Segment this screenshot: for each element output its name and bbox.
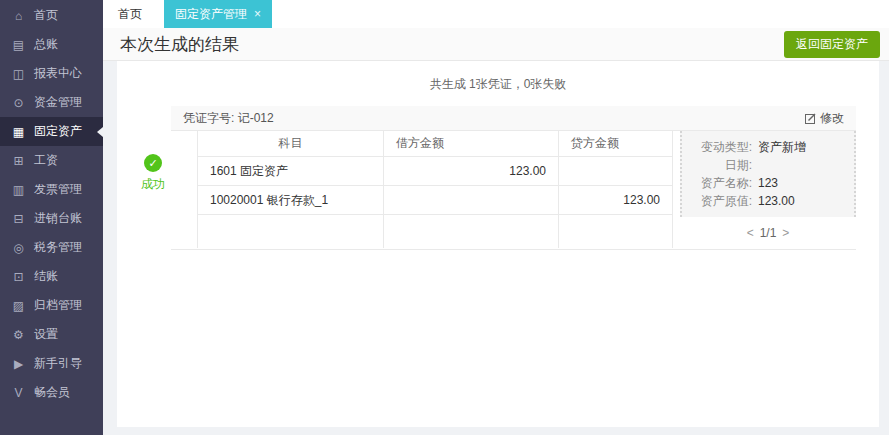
status-label: 成功 xyxy=(141,176,165,193)
active-item-arrow xyxy=(97,127,103,137)
sidebar: ⌂ 首页 ▤ 总账 ◫ 报表中心 ⊙ 资金管理 ▦ 固定资产 ⊞ 工资 ▥ 发票… xyxy=(0,0,103,435)
sidebar-item-closing[interactable]: ⊡ 结账 xyxy=(0,262,103,291)
tab-label: 固定资产管理 xyxy=(175,6,247,23)
sidebar-item-label: 归档管理 xyxy=(34,297,82,314)
page-title: 本次生成的结果 xyxy=(120,33,239,56)
sidebar-item-label: 设置 xyxy=(34,326,58,343)
detail-value: 123 xyxy=(758,174,778,192)
pagination-next-icon[interactable]: > xyxy=(782,226,789,240)
sidebar-item-label: 结账 xyxy=(34,268,58,285)
sidebar-item-label: 税务管理 xyxy=(34,239,82,256)
sidebar-item-report-center[interactable]: ◫ 报表中心 xyxy=(0,59,103,88)
sidebar-item-label: 总账 xyxy=(34,36,58,53)
pagination-current: 1/1 xyxy=(760,226,777,240)
sidebar-item-member[interactable]: V 畅会员 xyxy=(0,378,103,407)
detail-row-asset-value: 资产原值: 123.00 xyxy=(688,192,848,210)
sidebar-item-label: 新手引导 xyxy=(34,355,82,372)
ledger-icon: ▤ xyxy=(11,38,26,52)
fixed-assets-icon: ▦ xyxy=(11,125,26,139)
sidebar-item-label: 报表中心 xyxy=(34,65,82,82)
voucher-number: 凭证字号: 记-012 xyxy=(183,110,274,127)
detail-label: 资产原值: xyxy=(688,192,752,210)
sidebar-item-beginner-guide[interactable]: ▶ 新手引导 xyxy=(0,349,103,378)
asset-detail-column: 变动类型: 资产新增 日期: 资产名称: 12 xyxy=(680,131,856,249)
home-icon: ⌂ xyxy=(11,9,26,23)
voucher-header: 凭证字号: 记-012 修改 xyxy=(171,106,856,131)
detail-label: 资产名称: xyxy=(688,174,752,192)
sidebar-item-payroll[interactable]: ⊞ 工资 xyxy=(0,146,103,175)
table-row-subject: 10020001 银行存款_1 xyxy=(198,186,384,215)
table-empty-cell xyxy=(198,215,384,248)
pagination-prev-icon[interactable]: < xyxy=(747,226,754,240)
asset-detail-panel: 变动类型: 资产新增 日期: 资产名称: 12 xyxy=(680,131,856,217)
guide-play-icon: ▶ xyxy=(11,357,26,371)
table-row-credit: 123.00 xyxy=(559,186,672,215)
detail-row-asset-name: 资产名称: 123 xyxy=(688,174,848,192)
report-chart-icon: ◫ xyxy=(11,67,26,81)
table-row-debit: 123.00 xyxy=(384,157,559,186)
detail-row-date: 日期: xyxy=(688,156,848,174)
page-header: 本次生成的结果 返回固定资产 xyxy=(103,28,889,61)
member-v-icon: V xyxy=(11,386,26,400)
tab-fixed-assets-management[interactable]: 固定资产管理 × xyxy=(164,0,272,28)
sidebar-item-fixed-assets[interactable]: ▦ 固定资产 xyxy=(0,117,103,146)
main-area: 首页 固定资产管理 × 本次生成的结果 返回固定资产 共生成 1张凭证，0张失败… xyxy=(103,0,889,435)
sidebar-item-label: 进销台账 xyxy=(34,210,82,227)
sidebar-item-general-ledger[interactable]: ▤ 总账 xyxy=(0,30,103,59)
column-header-credit: 贷方金额 xyxy=(559,131,672,157)
column-header-debit: 借方金额 xyxy=(384,131,559,157)
tab-bar: 首页 固定资产管理 × xyxy=(103,0,889,28)
sidebar-item-label: 固定资产 xyxy=(34,123,82,140)
app-window: ⌂ 首页 ▤ 总账 ◫ 报表中心 ⊙ 资金管理 ▦ 固定资产 ⊞ 工资 ▥ 发票… xyxy=(0,0,889,435)
table-empty-cell xyxy=(559,215,672,248)
status-column: ✓ 成功 xyxy=(135,154,171,250)
sidebar-item-label: 工资 xyxy=(34,152,58,169)
closing-icon: ⊡ xyxy=(11,270,26,284)
voucher-result-block: ✓ 成功 凭证字号: 记-012 修改 xyxy=(135,106,856,250)
voucher-entries-table: 科目 借方金额 贷方金额 1601 固定资产 123.00 10020001 银… xyxy=(197,131,673,248)
tab-close-icon[interactable]: × xyxy=(254,7,261,21)
payroll-icon: ⊞ xyxy=(11,154,26,168)
sidebar-item-archive-mgmt[interactable]: ▨ 归档管理 xyxy=(0,291,103,320)
archive-icon: ▨ xyxy=(11,299,26,313)
detail-label: 变动类型: xyxy=(688,138,752,156)
table-row-subject: 1601 固定资产 xyxy=(198,157,384,186)
sidebar-item-invoice-mgmt[interactable]: ▥ 发票管理 xyxy=(0,175,103,204)
detail-value: 123.00 xyxy=(758,192,795,210)
gear-icon: ⚙ xyxy=(11,328,26,342)
success-check-icon: ✓ xyxy=(144,154,162,172)
voucher-body: 科目 借方金额 贷方金额 1601 固定资产 123.00 10020001 银… xyxy=(171,131,856,249)
sidebar-item-tax-mgmt[interactable]: ◎ 税务管理 xyxy=(0,233,103,262)
detail-label: 日期: xyxy=(688,156,752,174)
tab-home[interactable]: 首页 xyxy=(105,0,155,28)
sidebar-item-settings[interactable]: ⚙ 设置 xyxy=(0,320,103,349)
sidebar-item-label: 发票管理 xyxy=(34,181,82,198)
generation-summary: 共生成 1张凭证，0张失败 xyxy=(117,76,879,93)
table-empty-cell xyxy=(384,215,559,248)
funds-safe-icon: ⊙ xyxy=(11,96,26,110)
content-area: 共生成 1张凭证，0张失败 ✓ 成功 凭证字号: 记-012 xyxy=(103,61,889,435)
detail-value: 资产新增 xyxy=(758,138,806,156)
voucher-panel: 凭证字号: 记-012 修改 科目 xyxy=(171,106,856,250)
table-row-credit xyxy=(559,157,672,186)
table-row-debit xyxy=(384,186,559,215)
sidebar-item-label: 资金管理 xyxy=(34,94,82,111)
pagination: < 1/1 > xyxy=(680,217,856,249)
sidebar-item-home[interactable]: ⌂ 首页 xyxy=(0,1,103,30)
detail-row-change-type: 变动类型: 资产新增 xyxy=(688,138,848,156)
purchase-sales-ledger-icon: ⊟ xyxy=(11,212,26,226)
tax-icon: ◎ xyxy=(11,241,26,255)
sidebar-item-purchase-sales[interactable]: ⊟ 进销台账 xyxy=(0,204,103,233)
edit-pencil-icon xyxy=(805,113,816,124)
back-to-fixed-assets-button[interactable]: 返回固定资产 xyxy=(784,31,880,58)
sidebar-item-label: 首页 xyxy=(34,7,58,24)
invoice-icon: ▥ xyxy=(11,183,26,197)
sidebar-item-label: 畅会员 xyxy=(34,384,70,401)
result-card: 共生成 1张凭证，0张失败 ✓ 成功 凭证字号: 记-012 xyxy=(117,61,879,427)
edit-label: 修改 xyxy=(820,110,844,127)
sidebar-item-funds-mgmt[interactable]: ⊙ 资金管理 xyxy=(0,88,103,117)
edit-voucher-link[interactable]: 修改 xyxy=(805,110,844,127)
column-header-subject: 科目 xyxy=(198,131,384,157)
